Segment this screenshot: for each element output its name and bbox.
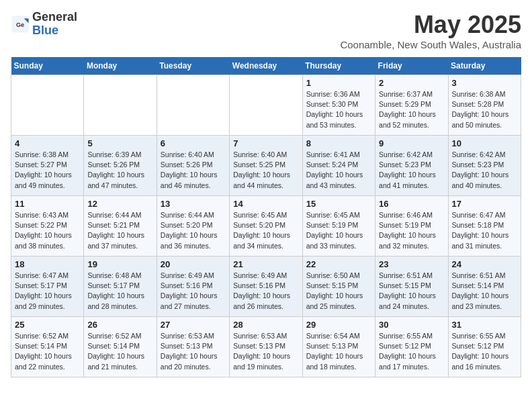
- week-row-3: 11Sunrise: 6:43 AMSunset: 5:22 PMDayligh…: [11, 196, 521, 257]
- day-cell: 6Sunrise: 6:40 AMSunset: 5:26 PMDaylight…: [157, 136, 229, 196]
- day-info: Sunrise: 6:49 AMSunset: 5:16 PMDaylight:…: [161, 271, 226, 312]
- calendar-table: SundayMondayTuesdayWednesdayThursdayFrid…: [11, 57, 521, 377]
- day-cell: 7Sunrise: 6:40 AMSunset: 5:25 PMDaylight…: [230, 136, 302, 196]
- day-cell: 15Sunrise: 6:45 AMSunset: 5:19 PMDayligh…: [302, 196, 375, 257]
- day-number: 2: [379, 78, 444, 88]
- day-info: Sunrise: 6:41 AMSunset: 5:24 PMDaylight:…: [306, 150, 371, 191]
- col-header-tuesday: Tuesday: [157, 57, 229, 75]
- day-cell: [84, 75, 157, 136]
- day-info: Sunrise: 6:51 AMSunset: 5:14 PMDaylight:…: [452, 271, 517, 312]
- day-cell: 24Sunrise: 6:51 AMSunset: 5:14 PMDayligh…: [448, 257, 521, 317]
- day-number: 26: [87, 320, 152, 330]
- day-number: 19: [87, 259, 152, 269]
- day-cell: 11Sunrise: 6:43 AMSunset: 5:22 PMDayligh…: [11, 196, 84, 257]
- day-number: 29: [306, 320, 371, 330]
- week-row-1: 1Sunrise: 6:36 AMSunset: 5:30 PMDaylight…: [11, 75, 521, 136]
- day-number: 5: [87, 138, 152, 148]
- col-header-sunday: Sunday: [11, 57, 84, 75]
- day-info: Sunrise: 6:40 AMSunset: 5:25 PMDaylight:…: [233, 150, 298, 191]
- day-number: 24: [452, 259, 517, 269]
- day-number: 31: [452, 320, 517, 330]
- day-cell: 1Sunrise: 6:36 AMSunset: 5:30 PMDaylight…: [302, 75, 375, 136]
- day-cell: 8Sunrise: 6:41 AMSunset: 5:24 PMDaylight…: [302, 136, 375, 196]
- day-number: 17: [452, 199, 517, 209]
- day-number: 9: [379, 138, 444, 148]
- day-info: Sunrise: 6:44 AMSunset: 5:21 PMDaylight:…: [87, 210, 152, 251]
- day-info: Sunrise: 6:38 AMSunset: 5:27 PMDaylight:…: [15, 150, 80, 191]
- day-info: Sunrise: 6:48 AMSunset: 5:17 PMDaylight:…: [87, 271, 152, 312]
- day-cell: 12Sunrise: 6:44 AMSunset: 5:21 PMDayligh…: [84, 196, 157, 257]
- day-number: 23: [379, 259, 444, 269]
- day-cell: 25Sunrise: 6:52 AMSunset: 5:14 PMDayligh…: [11, 317, 84, 377]
- col-header-wednesday: Wednesday: [230, 57, 302, 75]
- day-number: 13: [161, 199, 226, 209]
- day-info: Sunrise: 6:54 AMSunset: 5:13 PMDaylight:…: [306, 331, 371, 372]
- month-year: May 2025: [340, 11, 521, 39]
- day-cell: 31Sunrise: 6:55 AMSunset: 5:12 PMDayligh…: [448, 317, 521, 377]
- day-number: 25: [15, 320, 80, 330]
- day-cell: 20Sunrise: 6:49 AMSunset: 5:16 PMDayligh…: [157, 257, 229, 317]
- logo-icon: Ge: [11, 15, 30, 34]
- day-cell: 16Sunrise: 6:46 AMSunset: 5:19 PMDayligh…: [375, 196, 448, 257]
- day-cell: 22Sunrise: 6:50 AMSunset: 5:15 PMDayligh…: [302, 257, 375, 317]
- day-cell: 3Sunrise: 6:38 AMSunset: 5:28 PMDaylight…: [448, 75, 521, 136]
- day-cell: 18Sunrise: 6:47 AMSunset: 5:17 PMDayligh…: [11, 257, 84, 317]
- header-row: SundayMondayTuesdayWednesdayThursdayFrid…: [11, 57, 521, 75]
- day-number: 11: [15, 199, 80, 209]
- day-info: Sunrise: 6:55 AMSunset: 5:12 PMDaylight:…: [452, 331, 517, 372]
- day-info: Sunrise: 6:55 AMSunset: 5:12 PMDaylight:…: [379, 331, 444, 372]
- day-info: Sunrise: 6:42 AMSunset: 5:23 PMDaylight:…: [379, 150, 444, 191]
- col-header-saturday: Saturday: [448, 57, 521, 75]
- day-info: Sunrise: 6:53 AMSunset: 5:13 PMDaylight:…: [161, 331, 226, 372]
- day-cell: 5Sunrise: 6:39 AMSunset: 5:26 PMDaylight…: [84, 136, 157, 196]
- day-info: Sunrise: 6:45 AMSunset: 5:19 PMDaylight:…: [306, 210, 371, 251]
- col-header-thursday: Thursday: [302, 57, 375, 75]
- day-info: Sunrise: 6:52 AMSunset: 5:14 PMDaylight:…: [15, 331, 80, 372]
- day-info: Sunrise: 6:42 AMSunset: 5:23 PMDaylight:…: [452, 150, 517, 191]
- day-number: 30: [379, 320, 444, 330]
- day-number: 21: [233, 259, 298, 269]
- logo-text: General Blue: [32, 11, 77, 38]
- day-number: 7: [233, 138, 298, 148]
- day-number: 12: [87, 199, 152, 209]
- day-info: Sunrise: 6:43 AMSunset: 5:22 PMDaylight:…: [15, 210, 80, 251]
- col-header-monday: Monday: [84, 57, 157, 75]
- day-cell: 26Sunrise: 6:52 AMSunset: 5:14 PMDayligh…: [84, 317, 157, 377]
- page-header: Ge General Blue May 2025 Coonamble, New …: [11, 11, 521, 50]
- logo: Ge General Blue: [11, 11, 77, 38]
- day-cell: [157, 75, 229, 136]
- title-block: May 2025 Coonamble, New South Wales, Aus…: [340, 11, 521, 50]
- day-number: 14: [233, 199, 298, 209]
- day-number: 10: [452, 138, 517, 148]
- day-cell: 13Sunrise: 6:44 AMSunset: 5:20 PMDayligh…: [157, 196, 229, 257]
- location: Coonamble, New South Wales, Australia: [340, 39, 521, 50]
- day-number: 3: [452, 78, 517, 88]
- day-cell: 29Sunrise: 6:54 AMSunset: 5:13 PMDayligh…: [302, 317, 375, 377]
- day-number: 15: [306, 199, 371, 209]
- day-info: Sunrise: 6:44 AMSunset: 5:20 PMDaylight:…: [161, 210, 226, 251]
- day-cell: 23Sunrise: 6:51 AMSunset: 5:15 PMDayligh…: [375, 257, 448, 317]
- day-info: Sunrise: 6:49 AMSunset: 5:16 PMDaylight:…: [233, 271, 298, 312]
- week-row-4: 18Sunrise: 6:47 AMSunset: 5:17 PMDayligh…: [11, 257, 521, 317]
- day-number: 27: [161, 320, 226, 330]
- logo-general: General: [32, 10, 77, 24]
- day-info: Sunrise: 6:53 AMSunset: 5:13 PMDaylight:…: [233, 331, 298, 372]
- day-number: 16: [379, 199, 444, 209]
- day-cell: 28Sunrise: 6:53 AMSunset: 5:13 PMDayligh…: [230, 317, 302, 377]
- day-cell: 4Sunrise: 6:38 AMSunset: 5:27 PMDaylight…: [11, 136, 84, 196]
- day-info: Sunrise: 6:51 AMSunset: 5:15 PMDaylight:…: [379, 271, 444, 312]
- day-number: 6: [161, 138, 226, 148]
- day-info: Sunrise: 6:37 AMSunset: 5:29 PMDaylight:…: [379, 89, 444, 130]
- day-info: Sunrise: 6:47 AMSunset: 5:18 PMDaylight:…: [452, 210, 517, 251]
- day-info: Sunrise: 6:52 AMSunset: 5:14 PMDaylight:…: [87, 331, 152, 372]
- day-info: Sunrise: 6:39 AMSunset: 5:26 PMDaylight:…: [87, 150, 152, 191]
- day-info: Sunrise: 6:47 AMSunset: 5:17 PMDaylight:…: [15, 271, 80, 312]
- day-number: 8: [306, 138, 371, 148]
- col-header-friday: Friday: [375, 57, 448, 75]
- day-cell: [230, 75, 302, 136]
- day-cell: 10Sunrise: 6:42 AMSunset: 5:23 PMDayligh…: [448, 136, 521, 196]
- day-cell: 2Sunrise: 6:37 AMSunset: 5:29 PMDaylight…: [375, 75, 448, 136]
- day-number: 20: [161, 259, 226, 269]
- day-cell: 21Sunrise: 6:49 AMSunset: 5:16 PMDayligh…: [230, 257, 302, 317]
- day-cell: 14Sunrise: 6:45 AMSunset: 5:20 PMDayligh…: [230, 196, 302, 257]
